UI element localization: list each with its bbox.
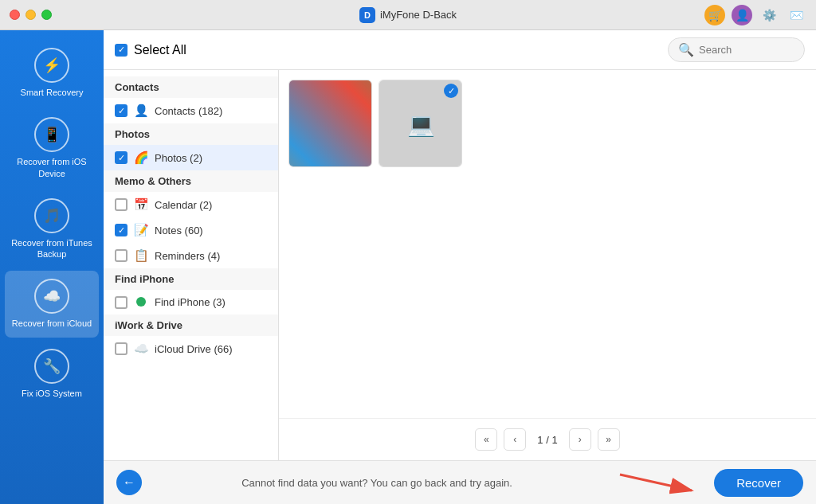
recover-icloud-label: Recover from iCloud xyxy=(12,318,92,329)
recover-itunes-label: Recover from iTunes Backup xyxy=(9,237,95,260)
sidebar-item-recover-ios[interactable]: 📱 Recover from iOS Device xyxy=(5,109,99,187)
maximize-button[interactable] xyxy=(41,10,52,20)
pagination: « ‹ 1 / 1 › » xyxy=(279,418,816,460)
svg-line-1 xyxy=(620,475,692,490)
contacts-checkbox[interactable]: ✓ xyxy=(115,104,128,117)
file-tree: Contacts ✓ 👤 Contacts (182) Photos ✓ 🌈 P… xyxy=(104,70,279,460)
smart-recovery-label: Smart Recovery xyxy=(21,87,84,98)
photo-image-1 xyxy=(289,80,372,167)
notes-checkbox[interactable]: ✓ xyxy=(115,224,128,236)
last-page-button[interactable]: » xyxy=(598,428,620,451)
sidebar: ⚡ Smart Recovery 📱 Recover from iOS Devi… xyxy=(0,30,104,504)
photos-icon: 🌈 xyxy=(134,150,148,165)
main-content: Contacts ✓ 👤 Contacts (182) Photos ✓ 🌈 P… xyxy=(104,70,816,460)
calendar-icon: 📅 xyxy=(134,197,148,212)
user-icon[interactable]: 👤 xyxy=(732,5,752,25)
calendar-label: Calendar (2) xyxy=(155,199,267,211)
top-bar: ✓ Select All 🔍 xyxy=(104,30,816,70)
recover-icloud-icon: ☁️ xyxy=(34,279,69,314)
sidebar-item-fix-ios[interactable]: 🔧 Fix iOS System xyxy=(5,341,99,407)
icloud-drive-label: iCloud Drive (66) xyxy=(155,343,267,355)
photo-thumb-2[interactable]: 💻 ✓ xyxy=(379,80,462,167)
notes-icon: 📝 xyxy=(134,223,148,237)
section-memo: Memo & Others xyxy=(104,170,278,192)
photos-checkbox[interactable]: ✓ xyxy=(115,151,128,164)
tree-item-contacts[interactable]: ✓ 👤 Contacts (182) xyxy=(104,98,278,123)
select-all-checkbox[interactable]: ✓ xyxy=(115,44,128,57)
tree-item-reminders[interactable]: 📋 Reminders (4) xyxy=(104,243,278,268)
notes-label: Notes (60) xyxy=(155,225,267,236)
search-icon: 🔍 xyxy=(678,42,694,57)
smart-recovery-icon: ⚡ xyxy=(34,48,69,83)
tree-item-icloud-drive[interactable]: ☁️ iCloud Drive (66) xyxy=(104,336,278,361)
search-input[interactable] xyxy=(699,44,794,56)
recover-itunes-icon: 🎵 xyxy=(34,198,69,233)
back-icon: ← xyxy=(123,475,135,490)
first-page-button[interactable]: « xyxy=(475,428,497,451)
tree-item-notes[interactable]: ✓ 📝 Notes (60) xyxy=(104,217,278,243)
tree-item-find-iphone[interactable]: Find iPhone (3) xyxy=(104,290,278,315)
calendar-checkbox[interactable] xyxy=(115,198,128,211)
app-title: D iMyFone D-Back xyxy=(359,7,457,23)
contacts-label: Contacts (182) xyxy=(155,105,267,117)
contacts-icon: 👤 xyxy=(134,104,148,118)
photo-area: 💻 ✓ « ‹ 1 / 1 › » xyxy=(279,70,816,460)
back-button[interactable]: ← xyxy=(116,470,142,495)
find-iphone-label: Find iPhone (3) xyxy=(155,296,267,308)
title-bar: D iMyFone D-Back 🛒 👤 ⚙️ ✉️ xyxy=(0,0,816,30)
recover-ios-icon: 📱 xyxy=(34,117,69,152)
reminders-checkbox[interactable] xyxy=(115,249,128,262)
search-box[interactable]: 🔍 xyxy=(668,37,805,62)
section-iwork: iWork & Drive xyxy=(104,315,278,336)
app-icon: D xyxy=(359,7,375,23)
sidebar-item-recover-itunes[interactable]: 🎵 Recover from iTunes Backup xyxy=(5,190,99,268)
reminders-label: Reminders (4) xyxy=(155,250,267,262)
recover-ios-label: Recover from iOS Device xyxy=(9,156,95,179)
reminders-icon: 📋 xyxy=(134,248,148,263)
page-info: 1 / 1 xyxy=(532,434,562,446)
arrow-indicator xyxy=(612,467,708,498)
select-all-area[interactable]: ✓ Select All xyxy=(115,43,186,57)
icloud-drive-icon: ☁️ xyxy=(134,342,148,356)
title-bar-actions: 🛒 👤 ⚙️ ✉️ xyxy=(704,5,806,25)
next-page-button[interactable]: › xyxy=(569,428,591,451)
photo-grid: 💻 ✓ xyxy=(279,70,816,418)
cart-icon[interactable]: 🛒 xyxy=(704,5,725,25)
prev-page-button[interactable]: ‹ xyxy=(504,428,526,451)
photo-selected-badge: ✓ xyxy=(444,84,458,98)
close-button[interactable] xyxy=(10,10,20,20)
mail-icon[interactable]: ✉️ xyxy=(786,5,806,25)
sidebar-item-recover-icloud[interactable]: ☁️ Recover from iCloud xyxy=(5,271,99,337)
content-panel: ✓ Select All 🔍 Contacts ✓ 👤 Contacts (18… xyxy=(104,30,816,504)
minimize-button[interactable] xyxy=(26,10,36,20)
window-controls xyxy=(10,10,52,20)
bottom-message: Cannot find data you want? You can go ba… xyxy=(142,477,612,489)
find-iphone-icon xyxy=(134,295,148,309)
bottom-bar: ← Cannot find data you want? You can go … xyxy=(104,460,816,504)
tree-item-photos[interactable]: ✓ 🌈 Photos (2) xyxy=(104,145,278,170)
fix-ios-label: Fix iOS System xyxy=(22,388,82,399)
recover-button[interactable]: Recover xyxy=(714,469,803,497)
app-title-text: iMyFone D-Back xyxy=(380,9,457,21)
photos-label: Photos (2) xyxy=(155,152,267,164)
section-find-iphone: Find iPhone xyxy=(104,268,278,290)
sidebar-item-smart-recovery[interactable]: ⚡ Smart Recovery xyxy=(5,40,99,106)
icloud-drive-checkbox[interactable] xyxy=(115,342,128,355)
section-photos: Photos xyxy=(104,123,278,145)
gear-icon[interactable]: ⚙️ xyxy=(759,5,779,25)
section-contacts: Contacts xyxy=(104,76,278,98)
photo-thumb-1[interactable] xyxy=(288,80,372,167)
tree-item-calendar[interactable]: 📅 Calendar (2) xyxy=(104,192,278,217)
fix-ios-icon: 🔧 xyxy=(34,349,69,384)
select-all-label: Select All xyxy=(134,43,186,57)
find-iphone-checkbox[interactable] xyxy=(115,296,128,309)
main-layout: ⚡ Smart Recovery 📱 Recover from iOS Devi… xyxy=(0,30,816,504)
